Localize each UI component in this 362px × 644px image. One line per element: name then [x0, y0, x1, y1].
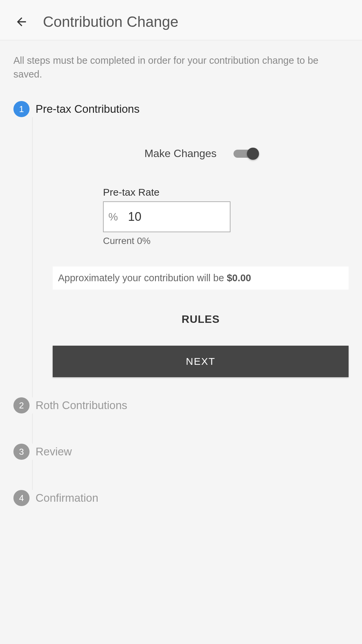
next-button[interactable]: NEXT — [53, 346, 349, 377]
toggle-knob — [247, 148, 259, 160]
page-title: Contribution Change — [43, 13, 178, 30]
step-1-body: Make Changes Pre-tax Rate % Current 0% A… — [32, 117, 349, 397]
make-changes-label: Make Changes — [144, 147, 216, 160]
step-4-badge: 4 — [13, 490, 30, 506]
instructions-text: All steps must be completed in order for… — [13, 54, 349, 81]
back-button[interactable] — [13, 14, 30, 30]
step-4-header[interactable]: 4 Confirmation — [13, 490, 349, 506]
app-header: Contribution Change — [0, 0, 362, 40]
pretax-current-rate: Current 0% — [103, 236, 349, 246]
step-1-header[interactable]: 1 Pre-tax Contributions — [13, 101, 349, 117]
step-3-title: Review — [36, 445, 72, 458]
make-changes-toggle[interactable] — [234, 149, 257, 158]
rules-button[interactable]: RULES — [53, 313, 349, 326]
step-2-connector — [32, 413, 349, 444]
step-4-title: Confirmation — [36, 492, 98, 504]
content-area: All steps must be completed in order for… — [0, 40, 362, 519]
rate-section: Pre-tax Rate % Current 0% — [103, 187, 349, 246]
estimate-prefix: Approximately your contribution will be — [58, 273, 227, 283]
step-2-title: Roth Contributions — [36, 399, 127, 412]
estimate-box: Approximately your contribution will be … — [53, 266, 349, 290]
pretax-rate-field-wrap: % — [103, 201, 230, 232]
step-2-badge: 2 — [13, 397, 30, 413]
step-1-badge: 1 — [13, 101, 30, 117]
pretax-rate-label: Pre-tax Rate — [103, 187, 349, 198]
pretax-rate-input[interactable] — [128, 210, 225, 224]
make-changes-row: Make Changes — [53, 147, 349, 160]
arrow-left-icon — [15, 15, 28, 29]
estimate-amount: $0.00 — [227, 273, 251, 283]
step-1-title: Pre-tax Contributions — [36, 103, 140, 115]
step-3-header[interactable]: 3 Review — [13, 444, 349, 460]
step-3-connector — [32, 460, 349, 490]
step-3-badge: 3 — [13, 444, 30, 460]
step-2-header[interactable]: 2 Roth Contributions — [13, 397, 349, 413]
percent-prefix: % — [108, 211, 118, 223]
